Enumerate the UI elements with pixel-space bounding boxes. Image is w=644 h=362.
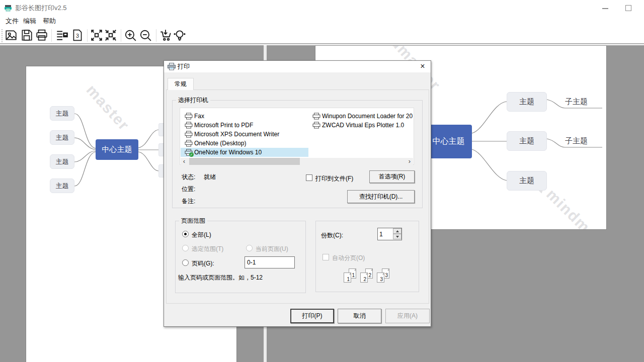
svg-text:3: 3 — [76, 33, 79, 39]
printer-icon: ✓ — [185, 149, 193, 156]
range-pages-radio[interactable] — [182, 259, 189, 266]
location-label: 位置: — [182, 185, 195, 194]
app-titlebar: 影谷长图打印v2.5 — [0, 0, 644, 16]
collate-pages-icon: 1 1 — [344, 268, 359, 287]
range-current-label: 当前页面(U) — [256, 245, 288, 253]
close-icon[interactable]: × — [416, 61, 430, 72]
central-topic-node: 中心主题 — [96, 139, 138, 160]
save-icon[interactable] — [20, 29, 33, 42]
printer-name: Microsoft Print to PDF — [194, 122, 253, 129]
topic-node: 主题 — [50, 154, 74, 169]
range-current-radio[interactable] — [246, 245, 253, 251]
toolbar-separator — [156, 29, 156, 42]
print-dialog: 打印 × 常规 选择打印机 Fax Microsoft Print to PDF… — [164, 60, 431, 327]
cancel-button[interactable]: 取消 — [338, 309, 381, 323]
menu-file[interactable]: 文件 — [5, 16, 20, 27]
copies-spinner — [377, 228, 402, 240]
preferences-button[interactable]: 首选项(R) — [369, 170, 415, 183]
subtopic-node: 子主题 — [565, 136, 588, 146]
range-pages-label: 页码(G): — [192, 259, 214, 268]
status-label: 状态: — [182, 173, 195, 182]
toolbar-separator — [121, 29, 121, 42]
print-queue-icon[interactable] — [55, 29, 68, 42]
apply-button[interactable]: 应用(A) — [385, 309, 430, 323]
printer-name: ZWCAD Virtual Eps Plotter 1.0 — [322, 122, 404, 129]
status-value: 就绪 — [204, 173, 216, 182]
central-topic-node: 中心主题 — [425, 125, 472, 158]
tab-general[interactable]: 常规 — [168, 78, 194, 90]
printer-list[interactable]: Fax Microsoft Print to PDF Microsoft XPS… — [180, 108, 414, 165]
app-title: 影谷长图打印v2.5 — [15, 0, 67, 16]
collate-checkbox[interactable] — [323, 254, 329, 260]
page-range-group-label: 页面范围 — [179, 218, 207, 224]
printer-name: Microsoft XPS Document Writer — [194, 131, 279, 138]
printer-list-item[interactable]: Microsoft Print to PDF — [181, 121, 308, 130]
print-to-file-checkbox[interactable] — [306, 174, 312, 181]
scrollbar-thumb[interactable] — [189, 158, 300, 165]
toolbar-separator — [87, 29, 88, 42]
dialog-titlebar: 打印 × — [164, 61, 431, 72]
minimize-icon[interactable] — [602, 8, 608, 9]
horizontal-scrollbar[interactable]: ‹ › — [181, 158, 413, 165]
printer-list-item[interactable]: ZWCAD Virtual Eps Plotter 1.0 — [308, 121, 413, 130]
copies-input[interactable] — [378, 228, 393, 240]
topic-node: 主题 — [507, 92, 547, 112]
printer-list-item[interactable]: Fax — [181, 112, 308, 121]
printer-icon — [185, 113, 193, 120]
spinner-up-icon[interactable] — [393, 228, 401, 234]
topic-node: 主题 — [507, 131, 547, 151]
range-all-radio[interactable] — [182, 231, 189, 237]
printer-list-item[interactable]: Microsoft XPS Document Writer — [181, 130, 308, 139]
image-icon[interactable] — [5, 29, 18, 42]
app-icon — [4, 4, 12, 12]
find-printer-button[interactable]: 查找打印机(D)... — [347, 190, 415, 203]
zoom-out-icon[interactable] — [139, 29, 152, 42]
range-all-label: 全部(L) — [192, 231, 211, 239]
toolbar: 3 — [0, 27, 644, 44]
fit-shrink-icon[interactable] — [104, 29, 117, 42]
select-printer-group-label: 选择打印机 — [176, 97, 210, 103]
toolbar-separator — [51, 29, 52, 42]
printer-list-item[interactable]: OneNote (Desktop) — [181, 139, 308, 148]
comment-label: 备注: — [182, 197, 195, 206]
printer-icon — [312, 113, 320, 120]
printer-icon — [185, 131, 193, 138]
tips-bulb-icon[interactable] — [173, 29, 186, 42]
print-icon[interactable] — [35, 29, 48, 42]
printer-name: OneNote (Desktop) — [194, 140, 246, 147]
topic-node: 主题 — [507, 171, 547, 191]
page-number-icon[interactable]: 3 — [71, 29, 84, 42]
printer-list-item-selected[interactable]: ✓ OneNote for Windows 10 — [181, 148, 308, 157]
print-button[interactable]: 打印(P) — [290, 309, 334, 323]
printer-icon — [185, 140, 193, 147]
topic-node: 主题 — [50, 106, 74, 121]
scroll-right-icon[interactable]: › — [406, 158, 413, 165]
printer-name: Winupon Document Loader for 20 — [322, 113, 413, 120]
menu-edit[interactable]: 编辑 — [22, 16, 37, 27]
fit-expand-icon[interactable] — [90, 29, 103, 42]
collate-pages-icon: 2 2 — [360, 268, 375, 287]
pages-input[interactable] — [245, 256, 295, 268]
menu-help[interactable]: 帮助 — [42, 16, 57, 27]
topic-node: 主题 — [50, 178, 74, 193]
range-selection-radio[interactable] — [182, 245, 189, 251]
export-cart-icon[interactable] — [159, 29, 172, 42]
printer-list-item[interactable]: Winupon Document Loader for 20 — [308, 112, 413, 121]
range-selection-label: 选定范围(T) — [192, 245, 223, 253]
copies-label: 份数(C): — [321, 231, 343, 240]
print-to-file-label: 打印到文件(F) — [315, 174, 353, 183]
default-printer-check-icon: ✓ — [189, 152, 194, 157]
printer-name: Fax — [194, 113, 204, 120]
maximize-icon[interactable] — [625, 5, 631, 11]
topic-node: 主题 — [50, 130, 74, 145]
page-range-hint: 输入页码或页面范围。如，5-12 — [178, 274, 263, 282]
spinner-down-icon[interactable] — [393, 234, 401, 239]
zoom-in-icon[interactable] — [124, 29, 137, 42]
menubar: 文件 编辑 帮助 — [0, 16, 644, 27]
printer-name: OneNote for Windows 10 — [194, 149, 262, 156]
scroll-left-icon[interactable]: ‹ — [181, 158, 188, 165]
toolbar-drag-handle[interactable] — [2, 29, 3, 42]
dialog-title: 打印 — [178, 61, 190, 72]
collate-label: 自动分页(O) — [332, 254, 365, 262]
printer-icon — [312, 122, 320, 129]
